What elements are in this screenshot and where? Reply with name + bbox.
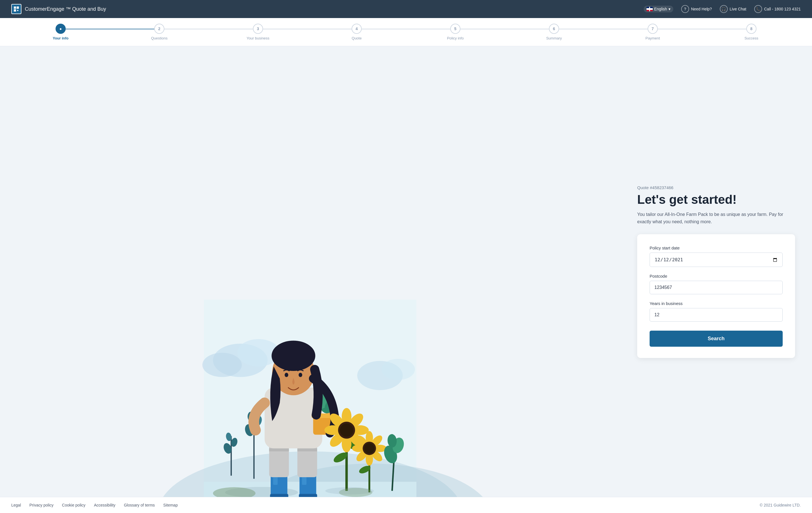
language-selector[interactable]: English ▾ bbox=[644, 6, 673, 12]
progress-step-8[interactable]: 8 Success bbox=[702, 24, 801, 40]
step-label-2: Questions bbox=[151, 36, 168, 40]
main-content: Quote #458237466 Let's get started! You … bbox=[0, 46, 812, 497]
quote-number: Quote #458237466 bbox=[637, 185, 795, 190]
progress-step-6[interactable]: 6 Summary bbox=[505, 24, 603, 40]
footer-link-privacy-policy[interactable]: Privacy policy bbox=[29, 503, 54, 507]
progress-step-2[interactable]: 2 Questions bbox=[110, 24, 209, 40]
svg-rect-26 bbox=[299, 494, 317, 497]
page-title: Let's get started! bbox=[637, 193, 795, 206]
step-circle-1: ● bbox=[56, 24, 66, 34]
call-label: Call - 1800 123 4321 bbox=[764, 7, 801, 11]
progress-bar: ● Your info 2 Questions 3 Your business … bbox=[0, 18, 812, 46]
svg-rect-1 bbox=[17, 6, 19, 9]
footer-link-accessibility[interactable]: Accessibility bbox=[94, 503, 115, 507]
progress-step-3[interactable]: 3 Your business bbox=[209, 24, 307, 40]
progress-step-1[interactable]: ● Your info bbox=[11, 24, 110, 40]
policy-start-date-group: Policy start date bbox=[649, 245, 783, 267]
flag-icon bbox=[646, 7, 653, 11]
footer-link-glossary-of-terms[interactable]: Glossary of terms bbox=[124, 503, 155, 507]
step-label-7: Payment bbox=[645, 36, 660, 40]
years-in-business-label: Years in business bbox=[649, 301, 783, 306]
footer-links: LegalPrivacy policyCookie policyAccessib… bbox=[11, 503, 178, 507]
svg-point-43 bbox=[298, 373, 302, 377]
live-chat-label: Live Chat bbox=[730, 7, 746, 11]
step-label-4: Quote bbox=[352, 36, 361, 40]
footer-copyright: © 2021 Guidewire LTD. bbox=[760, 503, 801, 507]
svg-rect-3 bbox=[17, 10, 18, 11]
search-button[interactable]: Search bbox=[649, 331, 783, 347]
svg-point-56 bbox=[340, 423, 353, 436]
step-label-3: Your business bbox=[246, 36, 269, 40]
step-circle-6: 6 bbox=[549, 24, 559, 34]
illustration-side bbox=[0, 46, 620, 497]
step-label-6: Summary bbox=[546, 36, 562, 40]
step-label-8: Success bbox=[744, 36, 758, 40]
form-card: Policy start date Postcode Years in busi… bbox=[637, 234, 795, 358]
svg-point-68 bbox=[364, 443, 375, 454]
app-logo bbox=[11, 4, 22, 14]
footer-link-legal[interactable]: Legal bbox=[11, 503, 21, 507]
header-left: CustomerEngage ™ Quote and Buy bbox=[11, 4, 106, 14]
postcode-group: Postcode bbox=[649, 274, 783, 294]
svg-point-42 bbox=[285, 373, 288, 377]
policy-start-date-input[interactable] bbox=[649, 252, 783, 267]
form-side: Quote #458237466 Let's get started! You … bbox=[620, 46, 812, 497]
illustration bbox=[0, 300, 620, 497]
help-icon: ? bbox=[681, 5, 689, 13]
step-label-5: Policy info bbox=[447, 36, 464, 40]
need-help-button[interactable]: ? Need Help? bbox=[681, 5, 712, 13]
svg-point-74 bbox=[339, 488, 372, 497]
svg-rect-32 bbox=[297, 448, 317, 452]
postcode-label: Postcode bbox=[649, 274, 783, 278]
page-subtitle: You tailor our All-In-One Farm Pack to b… bbox=[637, 211, 795, 225]
svg-point-7 bbox=[202, 353, 242, 377]
need-help-label: Need Help? bbox=[691, 7, 712, 11]
progress-step-4[interactable]: 4 Quote bbox=[307, 24, 406, 40]
footer: LegalPrivacy policyCookie policyAccessib… bbox=[0, 497, 812, 513]
chat-icon: 🎧 bbox=[720, 5, 728, 13]
live-chat-button[interactable]: 🎧 Live Chat bbox=[720, 5, 746, 13]
svg-point-41 bbox=[271, 340, 315, 371]
svg-point-9 bbox=[381, 359, 415, 380]
step-circle-5: 5 bbox=[450, 24, 460, 34]
language-label: English bbox=[654, 7, 667, 11]
footer-link-cookie-policy[interactable]: Cookie policy bbox=[62, 503, 85, 507]
step-circle-7: 7 bbox=[648, 24, 658, 34]
step-circle-4: 4 bbox=[352, 24, 362, 34]
app-name: CustomerEngage ™ Quote and Buy bbox=[25, 6, 106, 12]
step-circle-8: 8 bbox=[746, 24, 756, 34]
svg-rect-31 bbox=[269, 448, 289, 452]
header: CustomerEngage ™ Quote and Buy English ▾… bbox=[0, 0, 812, 18]
svg-rect-0 bbox=[14, 6, 16, 9]
policy-start-date-label: Policy start date bbox=[649, 245, 783, 250]
progress-step-7[interactable]: 7 Payment bbox=[603, 24, 702, 40]
step-circle-3: 3 bbox=[253, 24, 263, 34]
step-circle-2: 2 bbox=[154, 24, 164, 34]
call-button[interactable]: 📞 Call - 1800 123 4321 bbox=[754, 5, 801, 13]
header-right: English ▾ ? Need Help? 🎧 Live Chat 📞 Cal… bbox=[644, 5, 801, 13]
years-in-business-input[interactable] bbox=[649, 308, 783, 322]
step-label-1: Your info bbox=[53, 36, 68, 40]
postcode-input[interactable] bbox=[649, 281, 783, 294]
progress-step-5[interactable]: 5 Policy info bbox=[406, 24, 505, 40]
lang-caret-icon: ▾ bbox=[668, 7, 670, 11]
svg-rect-2 bbox=[14, 9, 16, 11]
footer-link-sitemap[interactable]: Sitemap bbox=[163, 503, 178, 507]
svg-rect-25 bbox=[270, 494, 288, 497]
years-in-business-group: Years in business bbox=[649, 301, 783, 322]
phone-icon: 📞 bbox=[754, 5, 762, 13]
